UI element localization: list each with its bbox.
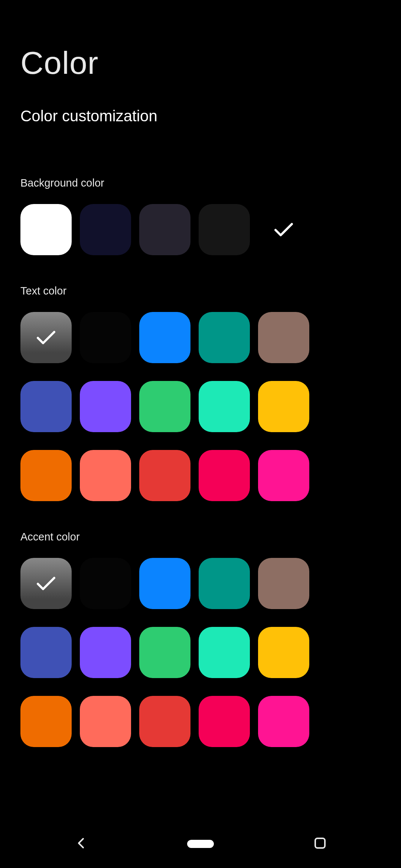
background-swatch-2[interactable] — [139, 204, 190, 255]
text-color-label: Text color — [20, 285, 381, 297]
svg-rect-0 — [315, 838, 325, 848]
text-swatch-8[interactable] — [199, 381, 250, 432]
background-swatch-4[interactable] — [258, 204, 309, 255]
text-swatch-5[interactable] — [20, 381, 72, 432]
checkmark-icon — [36, 576, 56, 591]
nav-home-button[interactable] — [187, 840, 214, 848]
text-swatch-14[interactable] — [258, 450, 309, 501]
text-swatch-9[interactable] — [258, 381, 309, 432]
text-row — [20, 312, 381, 363]
accent-swatch-11[interactable] — [80, 696, 131, 747]
page-title: Color — [20, 45, 381, 81]
recent-icon — [313, 836, 327, 850]
accent-color-grid — [20, 558, 381, 747]
navigation-bar — [0, 820, 401, 868]
accent-color-section: Accent color — [20, 531, 381, 747]
text-row — [20, 381, 381, 432]
checkmark-icon — [36, 331, 56, 345]
accent-row — [20, 627, 381, 678]
accent-swatch-13[interactable] — [199, 696, 250, 747]
accent-swatch-14[interactable] — [258, 696, 309, 747]
accent-swatch-6[interactable] — [80, 627, 131, 678]
text-color-grid — [20, 312, 381, 501]
accent-row — [20, 558, 381, 609]
accent-swatch-10[interactable] — [20, 696, 72, 747]
text-row — [20, 450, 381, 501]
accent-swatch-8[interactable] — [199, 627, 250, 678]
text-swatch-0[interactable] — [20, 312, 72, 363]
background-color-label: Background color — [20, 177, 381, 189]
text-swatch-3[interactable] — [199, 312, 250, 363]
text-swatch-7[interactable] — [139, 381, 190, 432]
text-swatch-2[interactable] — [139, 312, 190, 363]
accent-swatch-2[interactable] — [139, 558, 190, 609]
accent-color-label: Accent color — [20, 531, 381, 543]
accent-swatch-1[interactable] — [80, 558, 131, 609]
background-color-section: Background color — [20, 177, 381, 255]
text-swatch-10[interactable] — [20, 450, 72, 501]
text-swatch-12[interactable] — [139, 450, 190, 501]
nav-recent-button[interactable] — [313, 836, 327, 851]
accent-swatch-5[interactable] — [20, 627, 72, 678]
text-swatch-1[interactable] — [80, 312, 131, 363]
background-swatch-1[interactable] — [80, 204, 131, 255]
text-swatch-13[interactable] — [199, 450, 250, 501]
accent-swatch-7[interactable] — [139, 627, 190, 678]
background-swatch-0[interactable] — [20, 204, 72, 255]
text-color-section: Text color — [20, 285, 381, 501]
accent-swatch-0[interactable] — [20, 558, 72, 609]
background-swatch-3[interactable] — [199, 204, 250, 255]
accent-swatch-3[interactable] — [199, 558, 250, 609]
accent-swatch-9[interactable] — [258, 627, 309, 678]
page-subtitle: Color customization — [20, 107, 381, 125]
back-icon — [74, 836, 88, 850]
checkmark-icon — [274, 223, 293, 237]
accent-row — [20, 696, 381, 747]
text-swatch-6[interactable] — [80, 381, 131, 432]
text-swatch-11[interactable] — [80, 450, 131, 501]
background-color-row — [20, 204, 381, 255]
text-swatch-4[interactable] — [258, 312, 309, 363]
nav-back-button[interactable] — [74, 836, 88, 851]
accent-swatch-4[interactable] — [258, 558, 309, 609]
accent-swatch-12[interactable] — [139, 696, 190, 747]
